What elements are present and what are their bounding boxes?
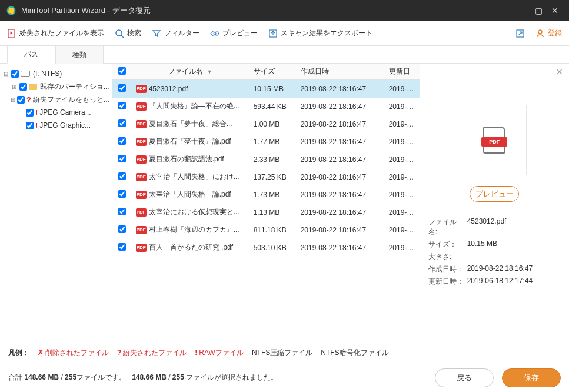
tree-jpeg-graphic[interactable]: ! JPEG Graphic... xyxy=(2,119,109,132)
file-updated: 2019-0... xyxy=(384,191,420,199)
file-size: 1.00 MB xyxy=(249,120,296,128)
row-checkbox[interactable] xyxy=(118,172,126,180)
search-label: 検索 xyxy=(127,28,141,38)
file-name: 太宰治「人間失格」論.pdf xyxy=(149,190,231,200)
row-checkbox[interactable] xyxy=(118,243,126,251)
col-updated-label: 更新日 xyxy=(389,67,410,75)
login-button[interactable]: 登録 xyxy=(535,28,562,38)
file-size: 811.18 KB xyxy=(249,226,296,234)
file-created: 2019-08-22 18:16:47 xyxy=(296,85,384,93)
svg-point-3 xyxy=(116,30,122,36)
expand-icon[interactable]: ⊞ xyxy=(11,84,18,90)
row-checkbox[interactable] xyxy=(118,190,126,198)
sort-desc-icon: ▼ xyxy=(207,69,212,75)
table-row[interactable]: PDF村上春樹『海辺のカフカ』...811.18 KB2019-08-22 18… xyxy=(112,221,420,239)
meta-dim-label: 大きさ: xyxy=(428,252,464,262)
row-checkbox[interactable] xyxy=(118,119,126,127)
table-row[interactable]: PDF夏目漱石『夢十夜』論.pdf1.77 MB2019-08-22 18:16… xyxy=(112,133,420,151)
col-name-header[interactable]: ファイル名▼ xyxy=(131,67,249,77)
table-row[interactable]: PDF『人間失格』論―不在の絶...593.44 KB2019-08-22 18… xyxy=(112,98,420,115)
tree-jpeg-camera[interactable]: ! JPEG Camera... xyxy=(2,106,109,119)
table-row[interactable]: PDF夏目漱石「夢十夜」総合...1.00 MB2019-08-22 18:16… xyxy=(112,115,420,133)
search-button[interactable]: 検索 xyxy=(115,28,141,38)
collapse-icon[interactable]: ⊟ xyxy=(11,97,15,103)
file-created: 2019-08-22 18:16:47 xyxy=(296,120,384,128)
table-row[interactable]: PDF太宰治における仮想現実と...1.13 MB2019-08-22 18:1… xyxy=(112,204,420,221)
file-size: 1.13 MB xyxy=(249,208,296,217)
export-button[interactable]: スキャン結果をエクスポート xyxy=(268,28,372,38)
preview-thumbnail: PDF xyxy=(462,105,527,175)
table-row[interactable]: PDF夏目漱石の翻訳語法.pdf2.33 MB2019-08-22 18:16:… xyxy=(112,151,420,168)
row-checkbox[interactable] xyxy=(118,137,126,145)
file-created: 2019-08-22 18:16:47 xyxy=(296,173,384,181)
select-all-checkbox[interactable] xyxy=(118,67,126,75)
row-checkbox[interactable] xyxy=(118,155,126,162)
filter-label: フィルター xyxy=(164,28,199,38)
user-icon xyxy=(535,29,545,38)
file-list-header: ファイル名▼ サイズ 作成日時 更新日 xyxy=(112,64,420,80)
share-button[interactable] xyxy=(515,29,525,38)
pdf-file-icon: PDF xyxy=(483,127,505,154)
tab-path[interactable]: パス xyxy=(7,45,55,64)
table-row[interactable]: PDF太宰治「人間失格」論.pdf1.73 MB2019-08-22 18:16… xyxy=(112,186,420,204)
maximize-button[interactable]: ▢ xyxy=(530,6,547,15)
warn-icon: ! xyxy=(35,108,38,117)
lost-checkbox[interactable] xyxy=(17,96,25,104)
table-row[interactable]: PDF百人一首かるたの研究 .pdf503.10 KB2019-08-22 18… xyxy=(112,239,420,257)
warn-icon: ! xyxy=(35,121,38,130)
pdf-icon: PDF xyxy=(136,244,147,252)
root-checkbox[interactable] xyxy=(11,70,19,78)
file-name: 夏目漱石の翻訳語法.pdf xyxy=(149,154,224,164)
back-button[interactable]: 戻る xyxy=(435,368,494,387)
tree-existing[interactable]: ⊞ 既存のパーティショ... xyxy=(2,80,109,93)
tab-type[interactable]: 種類 xyxy=(55,46,104,64)
col-size-label: サイズ xyxy=(254,67,275,75)
row-checkbox[interactable] xyxy=(118,102,126,109)
files-suffix: ファイルです。 xyxy=(76,373,126,381)
window-title: MiniTool Partition Wizard - データ復元 xyxy=(21,5,530,16)
meta-created-label: 作成日時： xyxy=(428,264,464,274)
jpeg-graphic-checkbox[interactable] xyxy=(26,122,34,129)
file-updated: 2019-0... xyxy=(384,138,420,146)
tree-jpeg-graphic-label: JPEG Graphic... xyxy=(39,121,91,129)
col-updated-header[interactable]: 更新日 xyxy=(384,67,420,77)
file-size: 137.25 KB xyxy=(249,173,296,181)
tree-lost[interactable]: ⊟ ? 紛失ファイルをもっと... xyxy=(2,93,109,106)
col-created-header[interactable]: 作成日時 xyxy=(296,67,384,77)
deleted-mark-icon: ✗ xyxy=(38,348,44,357)
file-updated: 2019-0... xyxy=(384,85,420,93)
file-size: 503.10 KB xyxy=(249,244,296,252)
table-row[interactable]: PDF太宰治「人間失格」におけ...137.25 KB2019-08-22 18… xyxy=(112,168,420,186)
export-icon xyxy=(268,29,278,38)
legend-ntfs-comp: NTFS圧縮ファイル xyxy=(252,348,312,358)
file-updated: 2019-0... xyxy=(384,208,420,217)
file-name: 太宰治「人間失格」におけ... xyxy=(149,172,239,182)
row-checkbox[interactable] xyxy=(118,225,126,233)
svg-rect-2 xyxy=(8,29,14,38)
pdf-icon: PDF xyxy=(136,191,147,199)
table-row[interactable]: PDF4523012.pdf10.15 MB2019-08-22 18:16:4… xyxy=(112,80,420,98)
existing-checkbox[interactable] xyxy=(19,83,27,91)
filter-button[interactable]: フィルター xyxy=(152,28,199,38)
save-button[interactable]: 保存 xyxy=(502,368,561,387)
row-checkbox[interactable] xyxy=(118,208,126,215)
show-lost-files-button[interactable]: 紛失されたファイルを表示 xyxy=(7,28,104,38)
collapse-icon[interactable]: ⊟ xyxy=(2,71,9,77)
legend-label: 凡例： xyxy=(8,348,29,358)
open-preview-button[interactable]: プレビュー xyxy=(470,186,519,202)
tree-root[interactable]: ⊟ (I: NTFS) xyxy=(2,67,109,80)
preview-button[interactable]: プレビュー xyxy=(210,28,258,38)
file-name: 村上春樹『海辺のカフカ』... xyxy=(149,225,239,235)
tab-type-label: 種類 xyxy=(72,51,86,59)
file-updated: 2019-0... xyxy=(384,155,420,164)
footer: 合計 148.66 MB / 255ファイルです。 148.66 MB / 25… xyxy=(0,363,569,392)
col-size-header[interactable]: サイズ xyxy=(249,67,296,77)
warn-icon: ? xyxy=(26,95,31,104)
preview-close-button[interactable]: ✕ xyxy=(556,67,563,77)
file-name: 4523012.pdf xyxy=(149,85,188,93)
jpeg-camera-checkbox[interactable] xyxy=(26,109,34,117)
file-size: 593.44 KB xyxy=(249,102,296,111)
row-checkbox[interactable] xyxy=(118,84,126,92)
close-button[interactable]: ✕ xyxy=(547,6,563,15)
legend-raw-label: RAWファイル xyxy=(199,348,244,357)
